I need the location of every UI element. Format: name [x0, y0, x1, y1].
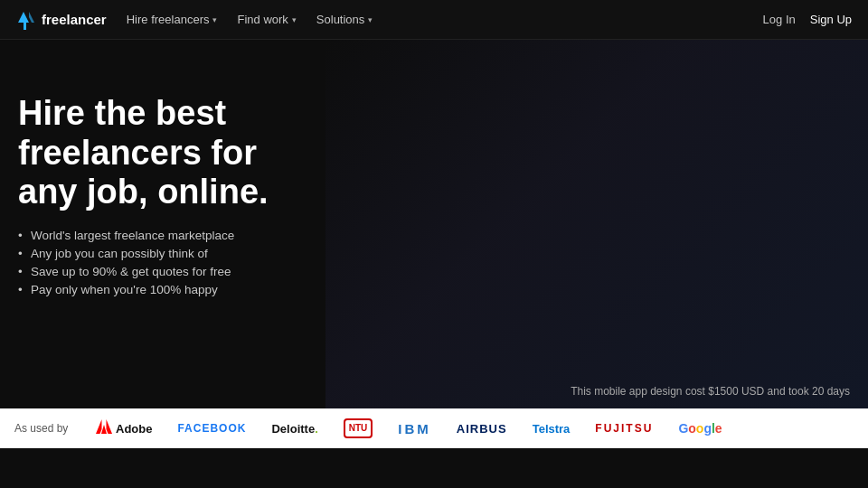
- google-text: Google: [678, 421, 722, 436]
- login-button[interactable]: Log In: [763, 13, 796, 26]
- deloitte-dot: .: [315, 422, 318, 436]
- nav-solutions[interactable]: Solutions ▾: [316, 13, 373, 26]
- adobe-icon: [96, 418, 112, 438]
- brand-ntu: NTU: [344, 418, 373, 438]
- brand-google: Google: [678, 421, 722, 436]
- brand-ibm: IBM: [398, 421, 431, 436]
- nav-right: Log In Sign Up: [763, 13, 852, 26]
- brand-telstra: Telstra: [533, 422, 571, 436]
- logo-text: freelancer: [42, 12, 107, 27]
- bullet-2: Any job you can possibly think of: [18, 247, 289, 260]
- brand-airbus: AIRBUS: [457, 422, 507, 436]
- chevron-down-icon: ▾: [368, 15, 373, 24]
- used-by-label: As used by: [14, 422, 69, 435]
- brand-adobe: Adobe: [96, 418, 152, 438]
- bullet-1: World's largest freelance marketplace: [18, 229, 289, 242]
- fujitsu-text: FUJITSU: [595, 422, 653, 435]
- brand-logos: Adobe FACEBOOK Deloitte. NTU IBM AIRBUS: [96, 418, 854, 438]
- ntu-text: NTU: [344, 418, 373, 438]
- hero-bullets: World's largest freelance marketplace An…: [18, 229, 289, 296]
- signup-button[interactable]: Sign Up: [810, 13, 852, 26]
- chevron-down-icon: ▾: [292, 15, 297, 24]
- hero-section: Hire the best freelancers for any job, o…: [0, 40, 868, 448]
- hero-caption: This mobile app design cost $1500 USD an…: [571, 385, 850, 398]
- logo-icon: [16, 10, 36, 30]
- bullet-4: Pay only when you're 100% happy: [18, 283, 289, 296]
- nav-hire-freelancers[interactable]: Hire freelancers ▾: [127, 13, 218, 26]
- ibm-text: IBM: [398, 421, 431, 436]
- hero-headline: Hire the best freelancers for any job, o…: [18, 94, 289, 212]
- adobe-svg: [96, 418, 112, 435]
- chevron-down-icon: ▾: [212, 15, 217, 24]
- deloitte-text: Deloitte.: [271, 422, 317, 436]
- nav-find-work[interactable]: Find work ▾: [237, 13, 296, 26]
- telstra-text: Telstra: [533, 422, 571, 436]
- hero-background: [326, 40, 868, 408]
- brand-fujitsu: FUJITSU: [595, 422, 653, 435]
- airbus-text: AIRBUS: [457, 422, 507, 436]
- logo[interactable]: freelancer: [16, 10, 107, 30]
- adobe-text: Adobe: [116, 422, 152, 436]
- nav-left: freelancer Hire freelancers ▾ Find work …: [16, 10, 373, 30]
- bullet-3: Save up to 90% & get quotes for free: [18, 265, 289, 278]
- brand-facebook: FACEBOOK: [177, 422, 246, 435]
- facebook-text: FACEBOOK: [177, 422, 246, 435]
- hero-content: Hire the best freelancers for any job, o…: [0, 94, 289, 296]
- used-by-bar: As used by Adobe FACEBOOK Deloitt: [0, 408, 868, 448]
- navbar: freelancer Hire freelancers ▾ Find work …: [0, 0, 868, 40]
- brand-deloitte: Deloitte.: [271, 422, 317, 436]
